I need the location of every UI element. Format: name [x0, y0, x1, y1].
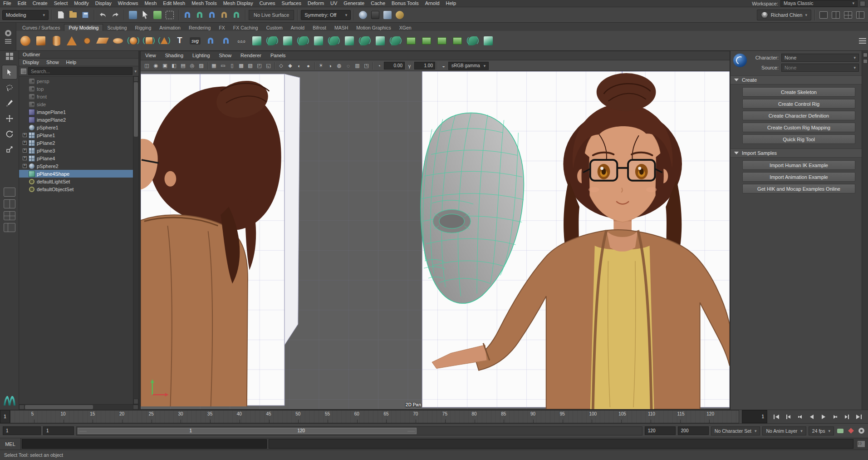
extrude-icon[interactable] — [342, 33, 357, 49]
live-surface-indicator[interactable]: No Live Surface — [249, 10, 294, 20]
lock-camera-icon[interactable]: ◉ — [152, 61, 160, 70]
grease-pencil-icon[interactable]: ▨ — [197, 61, 206, 70]
timeline-tick[interactable]: 70 — [416, 411, 445, 423]
menu-item[interactable]: Create — [29, 0, 51, 7]
shelf-tab[interactable]: XGen — [395, 25, 416, 31]
type-tool-icon[interactable] — [172, 33, 187, 49]
outliner-menu-item[interactable]: Show — [43, 59, 63, 66]
svg-tool-icon[interactable] — [188, 33, 202, 49]
boolean-union-icon[interactable] — [296, 33, 310, 49]
outliner-item[interactable]: pPlane4 — [19, 154, 133, 162]
snap-to-grid-icon[interactable] — [203, 33, 218, 49]
viewport-canvas[interactable]: 2D Pan — [141, 71, 730, 409]
layout-preset-single-button[interactable] — [4, 188, 15, 197]
save-scene-button[interactable] — [80, 10, 91, 20]
animation-end-field[interactable]: 200 — [678, 426, 709, 435]
bookmark-icon[interactable]: ◧ — [170, 61, 178, 70]
playblast-camera-button[interactable] — [836, 427, 844, 435]
combine-icon[interactable] — [250, 33, 264, 49]
outliner-item[interactable]: pSphere1 — [19, 124, 133, 131]
shelf-tab[interactable]: Custom — [262, 25, 287, 31]
go-to-start-button[interactable] — [771, 412, 782, 422]
current-frame-marker[interactable]: 1 — [0, 410, 10, 423]
new-scene-button[interactable] — [55, 10, 66, 20]
timeline-tick[interactable]: 110 — [651, 411, 680, 423]
chevron-down-icon[interactable]: ▾ — [134, 69, 137, 74]
timeline-tick[interactable]: 50 — [298, 411, 328, 423]
timeline-tick[interactable]: 40 — [240, 411, 269, 423]
two-d-pan-zoom-icon[interactable]: ◎ — [188, 61, 196, 70]
poly-plane-icon[interactable] — [95, 33, 110, 49]
wireframe-icon[interactable]: ◇ — [277, 61, 285, 70]
outliner-item[interactable]: pPlane2 — [19, 139, 133, 147]
expand-toggle-icon[interactable] — [23, 172, 27, 176]
separate-icon[interactable] — [265, 33, 280, 49]
crease-tool-icon[interactable] — [481, 33, 495, 49]
scrollbar-thumb[interactable] — [25, 405, 93, 409]
menu-item[interactable]: Mesh — [141, 0, 160, 7]
hik-action-button[interactable]: Create Control Rig — [742, 99, 855, 109]
animation-preferences-button[interactable] — [857, 427, 865, 435]
character-dropdown[interactable]: None ▾ — [781, 54, 859, 62]
shelf-tab[interactable]: FX Caching — [229, 25, 262, 31]
hik-action-button[interactable]: Import Human IK Example — [742, 160, 855, 170]
safe-title-icon[interactable]: ◱ — [264, 61, 273, 70]
menu-item[interactable]: Windows — [115, 0, 142, 7]
timeline-tick[interactable]: 15 — [93, 411, 122, 423]
shelf-tab[interactable]: Sculpting — [103, 25, 131, 31]
outliner-item[interactable]: pPlane1 — [19, 131, 133, 139]
shelf-list-icon[interactable] — [5, 39, 11, 44]
poly-sphere-icon[interactable] — [18, 33, 33, 49]
hik-action-button[interactable]: Create Custom Rig Mapping — [742, 123, 855, 132]
scale-tool-button[interactable] — [2, 142, 17, 157]
timeline-tick[interactable]: 95 — [563, 411, 592, 423]
outliner-item[interactable]: defaultLightSet — [19, 178, 133, 185]
shelf-tab[interactable]: Bifrost — [309, 25, 330, 31]
playback-end-field[interactable]: 120 — [645, 426, 676, 435]
poly-cube-icon[interactable] — [34, 33, 48, 49]
snap-to-curve-button[interactable] — [194, 10, 205, 20]
time-slider-track[interactable]: 5101520253035404550556065707580859095100… — [10, 410, 739, 423]
symmetry-tool-icon[interactable] — [450, 33, 465, 49]
expand-toggle-icon[interactable] — [23, 118, 27, 122]
fps-dropdown[interactable]: 24 fps ▾ — [809, 426, 834, 435]
lasso-tool-button[interactable] — [2, 80, 17, 95]
command-input[interactable] — [22, 439, 267, 449]
open-scene-button[interactable] — [68, 10, 78, 20]
layout-four-pane-button[interactable] — [843, 10, 853, 20]
timeline-tick[interactable]: 85 — [504, 411, 533, 423]
menu-item[interactable]: Curves — [256, 0, 279, 7]
menu-item[interactable]: Display — [92, 0, 115, 7]
timeline-tick[interactable]: 80 — [475, 411, 504, 423]
timeline-tick[interactable]: 115 — [680, 411, 710, 423]
shelf-gear-icon[interactable] — [5, 30, 11, 36]
timeline-tick[interactable]: 25 — [152, 411, 181, 423]
range-slider-track[interactable]: 1 120 — [76, 426, 642, 435]
snap-to-grid-button[interactable] — [182, 10, 193, 20]
scroll-right-icon[interactable] — [133, 405, 138, 410]
extract-icon[interactable] — [280, 33, 295, 49]
symmetry-dropdown[interactable]: Symmetry: Off ▾ — [301, 10, 351, 20]
outliner-item[interactable]: defaultObjectSet — [19, 185, 133, 193]
scrollbar-thumb[interactable] — [134, 82, 138, 137]
view-transform-dropdown[interactable]: sRGB gamma ▾ — [448, 62, 489, 70]
viewport-menu-item[interactable]: Lighting — [188, 52, 215, 59]
multi-cut-icon[interactable] — [388, 33, 403, 49]
expand-toggle-icon[interactable] — [23, 87, 27, 91]
timeline-tick[interactable]: 65 — [386, 411, 416, 423]
viewport-menu-item[interactable]: Renderer — [236, 52, 266, 59]
interactive-sphere-icon[interactable] — [126, 33, 141, 49]
menu-item[interactable]: Bonus Tools — [388, 0, 422, 7]
create-section-header[interactable]: Create — [731, 75, 862, 84]
shelf-overflow-menu-icon[interactable] — [859, 38, 866, 44]
outliner-search-input[interactable] — [28, 67, 132, 75]
exposure-field[interactable] — [384, 62, 405, 69]
use-default-material-icon[interactable]: ● — [304, 61, 313, 70]
timeline-tick[interactable]: 75 — [445, 411, 475, 423]
script-editor-icon[interactable] — [858, 441, 865, 447]
timeline-tick[interactable]: 90 — [533, 411, 563, 423]
expand-toggle-icon[interactable] — [23, 94, 27, 99]
dock-tab-icon[interactable] — [863, 53, 868, 57]
menu-item[interactable]: Mesh Display — [220, 0, 256, 7]
layout-single-pane-button[interactable] — [818, 10, 829, 20]
